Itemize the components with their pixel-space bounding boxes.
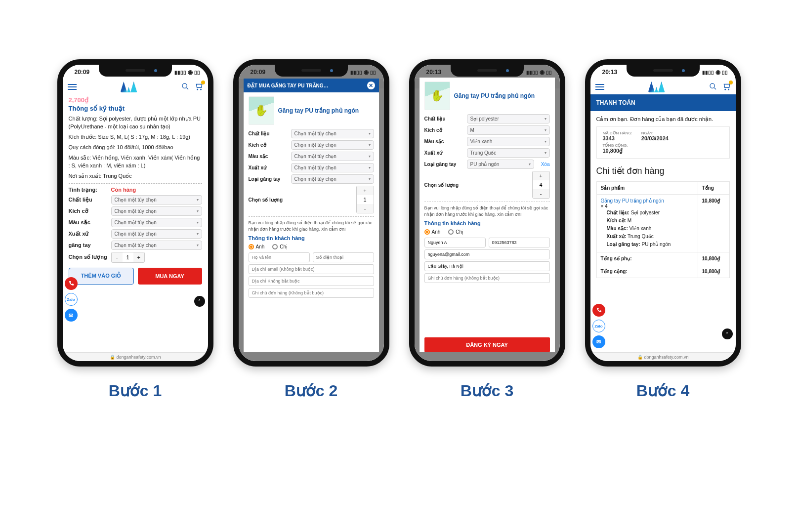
material-select[interactable]: Chọn một tùy chọn▾	[111, 195, 202, 205]
submit-button[interactable]: ĐĂNG KÝ NGAY	[424, 337, 550, 352]
checkout-title: THANH TOÁN	[590, 94, 736, 111]
radio-chi[interactable]: Chị	[272, 244, 288, 249]
name-field[interactable]	[249, 252, 310, 262]
qty-label: Chọn số lượng	[69, 254, 107, 260]
browser-url: 🔒 donganhsafety.com.vn	[63, 352, 208, 361]
qty-input[interactable]	[123, 252, 133, 262]
price-ghost: 2,700₫	[69, 96, 202, 104]
product-name: Găng tay PU trắng phủ ngón	[278, 107, 359, 115]
product-name: Găng tay PU trắng phủ ngón	[454, 92, 535, 100]
phone-step3: 20:13▮▮▯▯◉▯▯ Găng tay PU trắng phủ ngón …	[409, 59, 565, 367]
radio-chi[interactable]: Chị	[448, 229, 463, 235]
material-select[interactable]: Chọn một tùy chọn▾	[291, 129, 374, 138]
search-icon[interactable]	[181, 82, 189, 91]
note-field[interactable]	[249, 288, 374, 298]
opt-label: Xuất xứ	[69, 231, 107, 237]
origin-select[interactable]: Chọn một tùy chọn▾	[291, 163, 374, 172]
modal-overlay: Găng tay PU trắng phủ ngón Chất liệuSợi …	[415, 65, 560, 361]
search-icon[interactable]	[709, 82, 717, 91]
logo[interactable]	[121, 82, 137, 92]
order-modal: ĐẶT MUA GĂNG TAY PU TRẮNG… ✕ Găng tay PU…	[244, 79, 379, 352]
battery-icon: ▯▯	[194, 70, 200, 75]
phone-step1: 20:09 ▮▮▯▯◉▯▯ 2,700₫ Thông số kỹ thuật C…	[57, 59, 213, 367]
material-select[interactable]: Sợi polyester▾	[467, 114, 550, 123]
logo[interactable]	[648, 82, 665, 92]
float-messenger-icon[interactable]: ✉	[592, 335, 605, 348]
radio-anh[interactable]: Anh	[424, 229, 441, 235]
qty-stepper[interactable]: +-	[356, 186, 374, 213]
float-zalo-icon[interactable]: Zalo	[65, 293, 78, 306]
detail-header: Chi tiết đơn hàng	[590, 163, 736, 179]
spec-title: Thông số kỹ thuật	[69, 105, 202, 112]
notch	[99, 65, 172, 77]
cart-icon[interactable]	[194, 82, 203, 92]
radio-anh[interactable]: Anh	[249, 244, 265, 249]
wifi-icon: ◉	[188, 69, 193, 76]
opt-label: Chất liệu	[69, 197, 107, 203]
opt-label: găng tay	[69, 242, 107, 248]
spec-list: Chất lượng: Sợi polyester, được phủ một …	[69, 115, 202, 180]
close-icon[interactable]: ✕	[367, 82, 375, 89]
svg-point-5	[728, 89, 729, 90]
order-modal: Găng tay PU trắng phủ ngón Chất liệuSợi …	[420, 78, 555, 352]
opt-label: Màu sắc	[69, 219, 107, 226]
chevron-down-icon: ▾	[197, 198, 199, 202]
modal-overlay: ĐẶT MUA GĂNG TAY PU TRẮNG… ✕ Găng tay PU…	[239, 65, 384, 361]
origin-select[interactable]: Chọn một tùy chọn▾	[111, 229, 202, 239]
size-select[interactable]: M▾	[467, 125, 550, 135]
add-to-cart-button[interactable]: THÊM VÀO GIỎ	[69, 268, 134, 285]
customer-header: Thông tin khách hàng	[249, 235, 374, 241]
type-select[interactable]: PU phủ ngón▾	[467, 160, 534, 169]
color-select[interactable]: Viền xanh▾	[467, 137, 550, 146]
name-field[interactable]	[424, 238, 486, 247]
order-table: Sản phẩmTổng Găng tay PU trắng phủ ngón …	[596, 181, 730, 278]
color-select[interactable]: Chọn một tùy chọn▾	[111, 218, 202, 227]
phone-field[interactable]	[489, 238, 550, 247]
float-phone-icon[interactable]	[65, 277, 78, 290]
size-select[interactable]: Chọn một tùy chọn▾	[291, 140, 374, 150]
qty-minus: -	[112, 252, 123, 262]
buy-now-button[interactable]: MUA NGAY	[138, 268, 202, 285]
opt-label: Kích cỡ	[69, 208, 107, 214]
product-thumb	[424, 82, 450, 110]
caption: Bước 1	[109, 381, 162, 400]
scroll-top-button[interactable]: ˄	[722, 328, 733, 339]
cart-icon[interactable]	[722, 82, 731, 92]
qty-stepper[interactable]: +-	[532, 171, 550, 199]
order-item-link[interactable]: Găng tay PU trắng phủ ngón	[601, 198, 664, 204]
modal-header: ĐẶT MUA GĂNG TAY PU TRẮNG… ✕	[244, 79, 379, 92]
svg-point-1	[197, 89, 198, 90]
phone-note: Bạn vui lòng nhập đúng số điện thoại để …	[249, 220, 374, 232]
thanks-msg: Cảm ơn bạn. Đơn hàng của bạn đã được nhậ…	[590, 111, 736, 123]
menu-icon[interactable]	[595, 84, 604, 90]
scroll-top-button[interactable]: ˄	[194, 296, 205, 307]
addr-field[interactable]	[424, 261, 550, 271]
modal-title: ĐẶT MUA GĂNG TAY PU TRẮNG…	[248, 83, 329, 88]
app-bar	[63, 80, 208, 94]
product-thumb	[249, 96, 274, 125]
clear-link[interactable]: Xóa	[541, 162, 550, 167]
color-select[interactable]: Chọn một tùy chọn▾	[291, 152, 374, 161]
type-select[interactable]: Chọn một tùy chọn▾	[291, 174, 374, 184]
menu-icon[interactable]	[68, 84, 77, 90]
qty-stepper[interactable]: -+	[111, 252, 145, 263]
order-meta: MÃ ĐƠN HÀNG:3343 TỔNG CỘNG:10,800₫ NGÀY:…	[596, 126, 730, 159]
float-phone-icon[interactable]	[592, 304, 605, 317]
qty-plus: +	[133, 252, 144, 262]
float-messenger-icon[interactable]: ✉	[65, 309, 78, 322]
email-field[interactable]	[249, 264, 374, 274]
phone-step2: 20:09▮▮▯▯◉▯▯ ĐẶT MUA GĂNG TAY PU TRẮNG… …	[233, 59, 389, 367]
clock: 20:09	[75, 69, 90, 76]
stock-label: Tình trạng:	[69, 187, 107, 193]
size-select[interactable]: Chọn một tùy chọn▾	[111, 206, 202, 216]
type-select[interactable]: Chọn một tùy chọn▾	[111, 241, 202, 250]
email-field[interactable]	[424, 249, 550, 259]
note-field[interactable]	[424, 273, 550, 283]
phone-field[interactable]	[313, 252, 374, 262]
svg-point-2	[200, 89, 201, 90]
origin-select[interactable]: Trung Quốc▾	[467, 148, 550, 158]
addr-field[interactable]	[249, 276, 374, 286]
svg-point-3	[710, 83, 714, 88]
float-zalo-icon[interactable]: Zalo	[592, 320, 605, 332]
svg-point-4	[725, 89, 726, 90]
